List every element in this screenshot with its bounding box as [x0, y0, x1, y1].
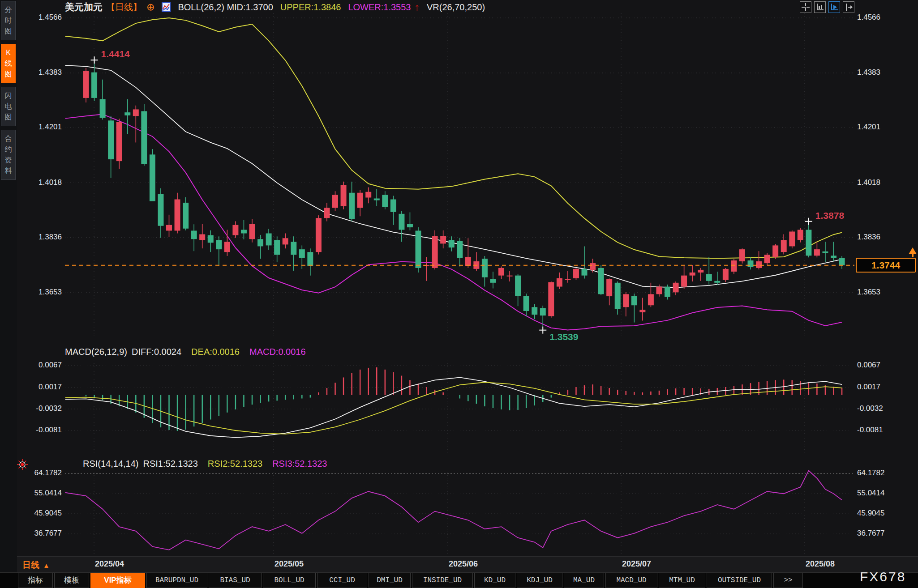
rsi3-value: RSI3:52.1323: [272, 459, 327, 469]
candle-body: [390, 200, 396, 212]
chart-header: 美元加元 【日线】 ⊕ BOLL(26,2) MID:1.3700 UPPER:…: [65, 1, 485, 13]
rsi-tick-left: 36.7677: [17, 529, 62, 538]
candle-body: [432, 236, 438, 268]
candle-body: [557, 278, 562, 287]
candle-body: [199, 234, 205, 240]
toolbar-tab-MTM_UD[interactable]: MTM_UD: [659, 573, 705, 588]
toolbar-tab-OUTSIDE_UD[interactable]: OUTSIDE_UD: [707, 573, 772, 588]
candle-body: [91, 72, 97, 98]
price-tick-left: 1.4201: [17, 123, 62, 132]
candle-body: [490, 279, 496, 283]
candle-body: [291, 242, 296, 255]
candle-body: [748, 260, 754, 267]
date-label-2025/06: 2025/06: [449, 559, 478, 569]
last-price-value: 1.3744: [871, 260, 900, 271]
snap-right-icon[interactable]: [843, 1, 854, 13]
sidebar-item-K线图[interactable]: K线图: [1, 44, 16, 83]
date-label-2025/07: 2025/07: [622, 559, 651, 569]
toolbar-tab->>[interactable]: >>: [773, 573, 803, 588]
date-label-2025/08: 2025/08: [806, 559, 835, 569]
candle-body: [357, 193, 363, 208]
up-arrow-icon: ↑: [415, 3, 420, 12]
toolbar-tab-CCI_UD[interactable]: CCI_UD: [317, 573, 367, 588]
macd-tick-left: -0.0081: [17, 426, 62, 435]
macd-macd-value: MACD:0.0016: [249, 347, 306, 357]
rsi-tick-right: 64.1782: [857, 469, 906, 477]
candle-body: [232, 225, 238, 235]
macd-tick-left: 0.0017: [17, 383, 62, 392]
sidebar-item-合约资料[interactable]: 合约资料: [1, 130, 16, 180]
candle-body: [665, 287, 670, 297]
kline-chart-icon[interactable]: [162, 2, 171, 13]
toolbar-tab-INSIDE_UD[interactable]: INSIDE_UD: [412, 573, 473, 588]
circle-plus-icon[interactable]: ⊕: [146, 1, 154, 13]
macd-title: MACD(26,12,9): [65, 347, 127, 357]
macd-tick-right: -0.0032: [857, 404, 906, 413]
crosshair-icon[interactable]: [800, 1, 811, 13]
period-selector[interactable]: 日线 ▲: [22, 559, 50, 571]
candle-body: [332, 195, 338, 208]
candle-body: [166, 225, 172, 231]
candle-body: [690, 273, 695, 276]
period-selector-arrow-icon: ▲: [43, 562, 50, 569]
rsi-tick-right: 55.0414: [857, 489, 906, 498]
candle-body: [83, 71, 89, 98]
candle-body: [241, 230, 247, 233]
sidebar-item-分时图[interactable]: 分时图: [1, 1, 16, 40]
toolbar-tab-MACD_UD[interactable]: MACD_UD: [605, 573, 657, 588]
price-tick-right: 1.4018: [857, 178, 906, 187]
toolbar-tab-模板[interactable]: 模板: [54, 573, 89, 588]
candle-body: [548, 282, 554, 316]
candle-body: [100, 99, 106, 118]
candle-body: [150, 154, 155, 201]
toolbar-tab-DMI_UD[interactable]: DMI_UD: [369, 573, 411, 588]
toolbar-tab-KDJ_UD[interactable]: KDJ_UD: [517, 573, 562, 588]
swing-label-1.3539: 1.3539: [549, 332, 578, 342]
candle-body: [781, 240, 787, 252]
candle-body: [623, 294, 629, 307]
price-tick-left: 1.3836: [17, 233, 62, 242]
date-label-2025/04: 2025/04: [95, 559, 124, 569]
candle-body: [831, 256, 836, 258]
sidebar-item-闪电图[interactable]: 闪电图: [1, 87, 16, 126]
boll-mid-line: [65, 65, 842, 287]
candle-body: [307, 252, 313, 266]
candle-body: [482, 259, 488, 277]
play-chart-icon[interactable]: [828, 1, 840, 13]
candle-body: [814, 249, 820, 256]
toolbar-tab-BARUPDN_UD[interactable]: BARUPDN_UD: [146, 573, 207, 588]
candle-body: [673, 283, 679, 293]
candle-body: [158, 194, 163, 226]
toolbar-tab-MA_UD[interactable]: MA_UD: [564, 573, 604, 588]
toolbar-tab-VIP指标[interactable]: VIP指标: [90, 573, 145, 588]
toolbar-tab-BIAS_UD[interactable]: BIAS_UD: [209, 573, 262, 588]
candle-body: [175, 200, 180, 231]
candle-body: [698, 270, 704, 273]
candle-body: [822, 251, 828, 253]
candle-body: [731, 260, 737, 272]
period-tag[interactable]: 【日线】: [106, 1, 142, 13]
alert-icon[interactable]: [17, 459, 28, 470]
candle-body: [208, 235, 214, 243]
candle-body: [440, 236, 446, 244]
date-label-2025/05: 2025/05: [275, 559, 304, 569]
toolbar-tab-KD_UD[interactable]: KD_UD: [474, 573, 515, 588]
axis-scale-icon[interactable]: [814, 1, 826, 13]
candle-body: [606, 279, 612, 296]
candle-body: [133, 109, 139, 116]
price-arrow-icon: [912, 253, 914, 257]
rsi-tick-right: 45.9045: [857, 509, 906, 518]
candle-body: [191, 230, 197, 239]
boll-upper-line: [65, 18, 842, 258]
candle-body: [457, 241, 463, 258]
vr-indicator-label: VR(26,70,250): [427, 2, 485, 13]
last-price-box[interactable]: 1.3744: [856, 258, 916, 273]
chart-canvas[interactable]: 1.44141.38781.3539: [0, 0, 918, 588]
candle-body: [839, 258, 845, 265]
toolbar-tab-BOLL_UD[interactable]: BOLL_UD: [263, 573, 316, 588]
toolbar-tab-指标[interactable]: 指标: [18, 573, 53, 588]
indicator-toolbar: 指标模板VIP指标BARUPDN_UDBIAS_UDBOLL_UDCCI_UDD…: [0, 572, 918, 588]
trading-app: 1.44141.38781.3539 分时图K线图闪电图合约资料 美元加元 【日…: [0, 0, 918, 588]
candle-body: [498, 268, 504, 276]
rsi-tick-right: 36.7677: [857, 529, 906, 538]
